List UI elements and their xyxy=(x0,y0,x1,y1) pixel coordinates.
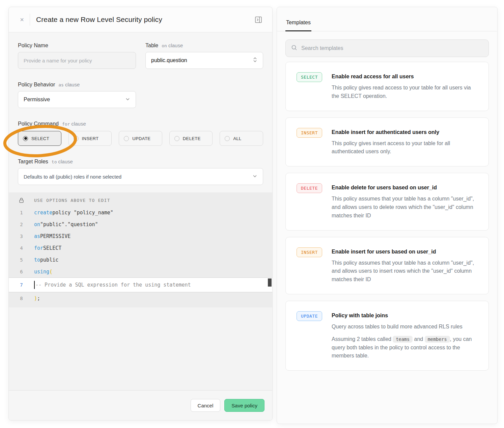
lock-icon xyxy=(9,197,34,203)
template-title: Enable read access for all users xyxy=(332,72,477,80)
command-option-insert[interactable]: INSERT xyxy=(68,131,112,146)
code-line: 4for SELECT xyxy=(9,242,272,254)
template-card[interactable]: INSERTEnable insert for authenticated us… xyxy=(285,117,489,167)
templates-panel: Templates SELECTEnable read access for a… xyxy=(277,7,498,424)
sql-expression-placeholder: -- Provide a SQL expression for the usin… xyxy=(35,282,191,288)
cancel-button[interactable]: Cancel xyxy=(191,399,221,412)
command-option-update[interactable]: UPDATE xyxy=(119,131,162,146)
command-option-select[interactable]: SELECT xyxy=(18,131,61,146)
template-title: Policy with table joins xyxy=(332,311,477,319)
line-number: 5 xyxy=(9,257,34,263)
text-cursor xyxy=(34,281,35,289)
command-options-group: SELECTINSERTUPDATEDELETEALL xyxy=(18,131,263,146)
inline-code-chip: members xyxy=(425,336,450,343)
command-option-delete[interactable]: DELETE xyxy=(169,131,213,146)
template-text: Enable delete for users based on user_id… xyxy=(332,183,477,220)
sql-editor: USE OPTIONS ABOVE TO EDIT 1create policy… xyxy=(9,192,272,307)
radio-icon xyxy=(124,136,129,141)
code-line: 2on "public"."question" xyxy=(9,218,272,230)
behavior-label: Policy Behaviorasclause xyxy=(18,82,263,88)
template-title: Enable delete for users based on user_id xyxy=(332,183,477,191)
template-badge: INSERT xyxy=(297,128,322,138)
template-card[interactable]: SELECTEnable read access for all usersTh… xyxy=(285,62,489,111)
header-divider xyxy=(30,14,30,26)
template-badge: INSERT xyxy=(297,247,322,257)
template-card[interactable]: INSERTEnable insert for users based on u… xyxy=(285,237,489,294)
template-card[interactable]: DELETEEnable delete for users based on u… xyxy=(285,173,489,230)
command-label: Policy Commandforclause xyxy=(18,121,263,127)
template-description: This policy gives insert access to your … xyxy=(332,139,477,156)
collapse-panel-button[interactable] xyxy=(253,14,264,25)
template-title: Enable insert for users based on user_id xyxy=(332,247,477,255)
as-clause-keyword: as xyxy=(58,82,64,87)
unfold-icon xyxy=(253,57,257,64)
template-badge: UPDATE xyxy=(297,311,322,321)
close-icon[interactable]: × xyxy=(17,15,27,25)
template-text: Enable insert for users based on user_id… xyxy=(332,247,477,284)
policy-name-label: Policy Name xyxy=(18,43,136,49)
scrollbar-thumb[interactable] xyxy=(268,278,272,287)
radio-icon xyxy=(74,136,79,141)
code-line: 3as PERMISSIVE xyxy=(9,230,272,242)
radio-icon xyxy=(225,136,230,141)
command-option-label: DELETE xyxy=(183,136,201,141)
chevron-down-icon xyxy=(252,173,257,180)
template-card[interactable]: UPDATEPolicy with table joinsQuery acros… xyxy=(285,301,489,371)
for-clause-keyword: for xyxy=(62,122,70,127)
editor-locked-notice: USE OPTIONS ABOVE TO EDIT xyxy=(34,198,110,203)
line-number: 8 xyxy=(9,296,34,301)
inline-code-chip: teams xyxy=(393,336,413,343)
code-line: 6using ( xyxy=(9,266,272,277)
save-policy-button[interactable]: Save policy xyxy=(224,399,264,412)
code-lines: 1create policy "policy_name"2on "public"… xyxy=(9,207,272,304)
line-number: 6 xyxy=(9,269,34,274)
tab-templates[interactable]: Templates xyxy=(285,20,311,31)
line-number: 4 xyxy=(9,245,34,251)
dialog-body: Policy Name Tableonclause public.questio… xyxy=(9,32,272,185)
template-description-2: Assuming 2 tables called teams and membe… xyxy=(332,335,477,360)
on-clause-keyword: on xyxy=(162,43,167,48)
template-cards-list: SELECTEnable read access for all usersTh… xyxy=(285,62,489,371)
template-description: This policy gives read access to your ta… xyxy=(332,84,477,101)
behavior-select[interactable]: Permissive xyxy=(18,91,136,108)
dialog-footer: Cancel Save policy xyxy=(9,390,272,420)
table-select-value: public.question xyxy=(151,57,187,63)
line-number: 3 xyxy=(9,234,34,239)
template-text: Enable read access for all usersThis pol… xyxy=(332,72,477,101)
search-box xyxy=(285,39,489,57)
target-roles-value: Defaults to all (public) roles if none s… xyxy=(24,174,121,180)
template-text: Policy with table joinsQuery across tabl… xyxy=(332,311,477,360)
target-roles-select[interactable]: Defaults to all (public) roles if none s… xyxy=(18,168,263,185)
template-text: Enable insert for authenticated users on… xyxy=(332,128,477,156)
roles-label: Target Rolestoclause xyxy=(18,159,263,165)
command-option-label: INSERT xyxy=(82,136,99,141)
radio-icon xyxy=(174,136,179,141)
template-badge: SELECT xyxy=(297,72,322,82)
line-number: 7 xyxy=(9,282,34,288)
line-number: 1 xyxy=(9,210,34,215)
table-select[interactable]: public.question xyxy=(145,52,263,69)
template-description: Query across tables to build more advanc… xyxy=(332,323,477,331)
template-description: This policy assumes that your table has … xyxy=(332,195,477,220)
behavior-select-value: Permissive xyxy=(24,97,50,103)
table-label: Tableonclause xyxy=(145,43,263,49)
panel-toggle-icon xyxy=(254,16,262,24)
policy-name-input[interactable] xyxy=(18,52,136,69)
code-line: 5to public xyxy=(9,254,272,266)
rls-policy-dialog: × Create a new Row Level Security policy… xyxy=(8,7,273,421)
page-title: Create a new Row Level Security policy xyxy=(36,16,162,24)
code-line: 8); xyxy=(9,292,272,304)
template-badge: DELETE xyxy=(297,183,322,193)
to-clause-keyword: to xyxy=(52,159,57,164)
templates-tabbar: Templates xyxy=(277,7,497,31)
command-option-all[interactable]: ALL xyxy=(220,131,263,146)
command-option-label: UPDATE xyxy=(132,136,150,141)
search-templates-input[interactable] xyxy=(301,45,483,51)
chevron-down-icon xyxy=(125,97,130,103)
code-line: 1create policy "policy_name" xyxy=(9,207,272,218)
dialog-filler xyxy=(9,307,272,390)
search-icon xyxy=(291,45,297,52)
templates-content: SELECTEnable read access for all usersTh… xyxy=(277,31,497,379)
sql-expression-input[interactable]: 7-- Provide a SQL expression for the usi… xyxy=(9,277,272,292)
template-title: Enable insert for authenticated users on… xyxy=(332,128,477,135)
